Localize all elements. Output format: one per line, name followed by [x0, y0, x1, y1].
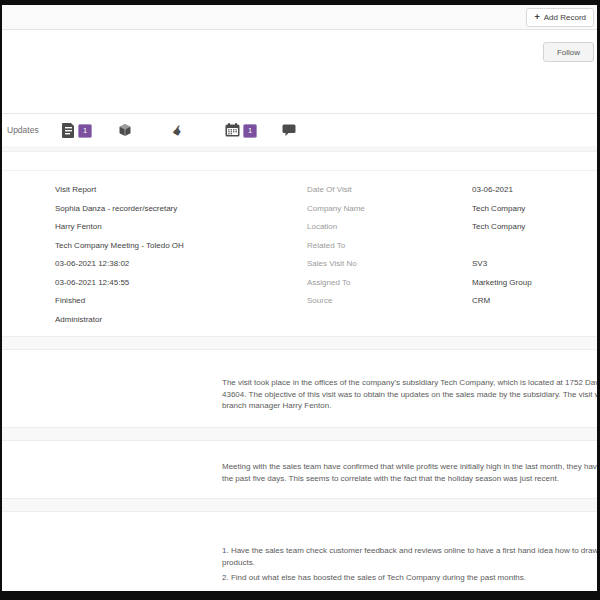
- tab-services[interactable]: ☛: [170, 122, 186, 138]
- calendar-icon: [225, 123, 240, 137]
- field-value: Sophia Danza - recorder/secretary: [55, 200, 300, 219]
- text-line: the past five days. This seems to correl…: [222, 473, 597, 485]
- field-value[interactable]: Harry Fenton: [55, 218, 300, 237]
- tab-documents[interactable]: [60, 122, 76, 138]
- field-row: Location Tech Company: [307, 218, 595, 237]
- follow-button[interactable]: Follow: [543, 42, 594, 62]
- field-row: Company Name Tech Company: [307, 200, 595, 219]
- recommendations-text-1: 1. Have the sales team check customer fe…: [222, 545, 597, 568]
- field-value[interactable]: Tech Company: [472, 200, 525, 219]
- details-left-column: Visit Report Sophia Danza - recorder/sec…: [55, 181, 300, 329]
- field-value: Finished: [55, 292, 300, 311]
- field-label: Assigned To: [307, 274, 472, 293]
- pointing-hand-icon: ☛: [169, 121, 186, 138]
- field-value: Administrator: [55, 311, 300, 330]
- field-value: Tech Company: [472, 218, 525, 237]
- documents-count-badge: 1: [78, 124, 92, 138]
- recommendations-text-2: 2. Find out what else has boosted the sa…: [222, 572, 526, 584]
- field-label: Date Of Visit: [307, 181, 472, 200]
- field-value[interactable]: Marketing Group: [472, 274, 532, 293]
- field-value: CRM: [472, 292, 490, 311]
- field-value: 03-06-2021 12:45:55: [55, 274, 300, 293]
- text-line: 2. Find out what else has boosted the sa…: [222, 572, 526, 584]
- text-line: 43604. The objective of this visit was t…: [222, 389, 597, 401]
- top-toolbar: + Add Record: [2, 5, 597, 30]
- field-row: Date Of Visit 03-06-2021: [307, 181, 595, 200]
- document-icon: [62, 123, 75, 138]
- activities-count-badge: 1: [243, 124, 257, 138]
- field-label: Sales Visit No: [307, 255, 472, 274]
- objective-text: The visit took place in the offices of t…: [222, 377, 597, 412]
- text-line: 1. Have the sales team check customer fe…: [222, 545, 597, 557]
- field-row: Assigned To Marketing Group: [307, 274, 595, 293]
- tab-activities[interactable]: [224, 122, 240, 138]
- section-header-bar-objective: [2, 336, 597, 350]
- field-row: Related To: [307, 237, 595, 256]
- field-value: [472, 237, 474, 256]
- add-record-button[interactable]: + Add Record: [526, 8, 594, 27]
- field-label: Location: [307, 218, 472, 237]
- section-header-bar-findings: [2, 427, 597, 441]
- tab-comments[interactable]: [281, 122, 297, 138]
- tab-updates[interactable]: Updates: [7, 114, 39, 146]
- field-value: 03-06-2021: [472, 181, 513, 200]
- text-line: Meeting with the sales team have confirm…: [222, 461, 597, 473]
- field-label: Company Name: [307, 200, 472, 219]
- details-right-column: Date Of Visit 03-06-2021 Company Name Te…: [307, 181, 595, 311]
- details-top-border: [2, 170, 597, 171]
- text-line: The visit took place in the offices of t…: [222, 377, 597, 389]
- findings-text: Meeting with the sales team have confirm…: [222, 461, 597, 484]
- plus-icon: +: [534, 13, 539, 22]
- crm-record-page: + Add Record Follow Updates 1: [2, 5, 597, 591]
- product-box-icon: [118, 123, 132, 137]
- field-label: Source: [307, 292, 472, 311]
- field-label: Related To: [307, 237, 472, 256]
- tab-products[interactable]: [117, 122, 133, 138]
- field-value[interactable]: Tech Company Meeting - Toledo OH: [55, 237, 300, 256]
- related-tabs-bar: Updates 1 ☛: [2, 113, 597, 146]
- text-line: branch manager Harry Fenton.: [222, 400, 597, 412]
- field-row: Sales Visit No SV3: [307, 255, 595, 274]
- field-row: Source CRM: [307, 292, 595, 311]
- comment-bubble-icon: [282, 124, 296, 137]
- field-value: 03-06-2021 12:38:02: [55, 255, 300, 274]
- field-value: Visit Report: [55, 181, 300, 200]
- section-header-bar-recommendations: [2, 498, 597, 512]
- field-value: SV3: [472, 255, 487, 274]
- tabs-bottom-strip: [2, 146, 597, 152]
- text-line: products.: [222, 557, 597, 569]
- add-record-label: Add Record: [544, 13, 586, 22]
